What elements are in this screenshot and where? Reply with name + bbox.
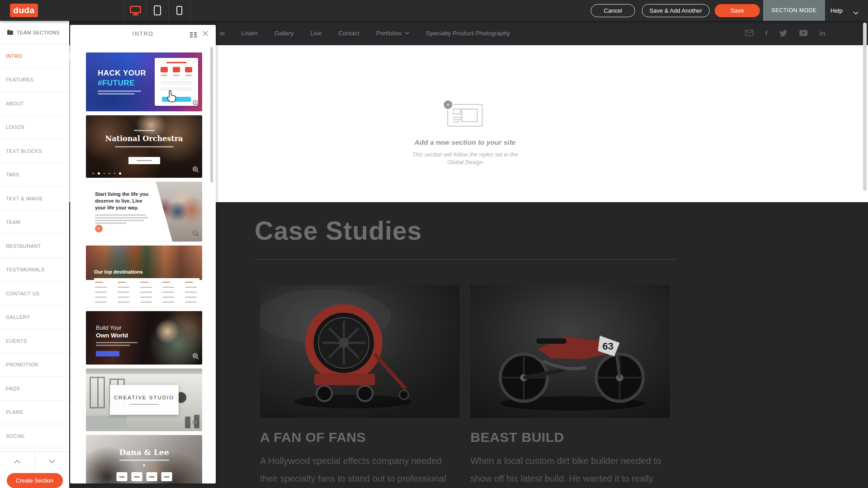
site-nav-item[interactable]: Listen xyxy=(242,30,258,37)
sidebar-item-social[interactable]: SOCIAL xyxy=(0,424,69,448)
grid-view-icon[interactable] xyxy=(190,31,197,39)
case-study-title: A FAN OF FANS xyxy=(260,430,460,445)
zoom-preview-icon[interactable] xyxy=(192,166,199,175)
sidebar-item-contact-us[interactable]: CONTACT US xyxy=(0,282,69,306)
zoom-preview-icon[interactable] xyxy=(192,419,199,428)
site-nav-item[interactable]: Gallery xyxy=(275,30,294,37)
sidebar-item-events[interactable]: EVENTS xyxy=(0,329,69,353)
thumb-heading: Build Your xyxy=(96,325,121,331)
case-study-title: BEAST BUILD xyxy=(470,430,670,445)
section-layout-icon: + xyxy=(447,104,483,127)
save-and-add-another-button[interactable]: Save & Add Another xyxy=(642,4,710,17)
heading-divider xyxy=(255,259,676,260)
page-scrollbar[interactable] xyxy=(863,23,867,191)
thumb-countdown-boxes xyxy=(116,472,172,481)
red-industrial-fan-image xyxy=(260,285,460,418)
sidebar-item-faqs[interactable]: FAQS xyxy=(0,377,69,401)
template-thumb-start-living[interactable]: Start living the life you deserve to liv… xyxy=(86,182,202,242)
add-section-placeholder[interactable]: + Add a new section to your site This se… xyxy=(408,104,522,166)
chevron-up-icon xyxy=(14,460,20,464)
template-thumb-creative-studio[interactable]: CREATIVE STUDIO xyxy=(86,369,202,431)
template-thumb-build-your-own-world[interactable]: Build Your Own World xyxy=(86,311,202,365)
add-section-plus-icon[interactable]: + xyxy=(443,99,453,110)
thumb-heading: National Orchestra xyxy=(86,134,202,143)
facebook-icon[interactable]: f xyxy=(765,29,768,37)
sidebar-item-about[interactable]: ABOUT xyxy=(0,92,69,116)
sections-sidebar: TEAM SECTIONS INTRO FEATURES ABOUT LOGOS… xyxy=(0,21,69,488)
mobile-preview-button[interactable] xyxy=(168,0,190,21)
intro-templates-panel: INTRO HACK YOUR #FUTURE xyxy=(70,25,216,483)
sidebar-item-text-blocks[interactable]: TEXT BLOCKS xyxy=(0,139,69,163)
thumb-heading: HACK YOUR xyxy=(98,69,146,78)
thumb-destinations-table xyxy=(94,278,199,303)
youtube-icon[interactable] xyxy=(799,30,808,36)
heart-icon: ♥ xyxy=(86,463,202,468)
desktop-icon xyxy=(130,5,141,16)
template-thumb-hack-your-future[interactable]: HACK YOUR #FUTURE xyxy=(86,52,202,111)
scroll-down-button[interactable] xyxy=(35,452,69,471)
template-thumb-our-top-destinations[interactable]: Our top destinations xyxy=(86,246,202,307)
help-chevron-down-icon[interactable] xyxy=(853,9,859,17)
duda-logo[interactable]: duda xyxy=(10,4,38,17)
sidebar-item-gallery[interactable]: GALLERY xyxy=(0,306,69,330)
placeholder-title: Add a new section to your site xyxy=(408,138,522,147)
sidebar-header-label: TEAM SECTIONS xyxy=(17,30,60,35)
create-section-button[interactable]: Create Section xyxy=(7,473,63,488)
linkedin-icon[interactable]: in xyxy=(820,29,825,37)
sidebar-header: TEAM SECTIONS xyxy=(0,21,69,44)
sidebar-item-logos[interactable]: LOGOS xyxy=(0,116,69,140)
panel-scrollbar[interactable] xyxy=(210,47,213,183)
desktop-preview-button[interactable] xyxy=(124,0,146,21)
save-button[interactable]: Save xyxy=(715,4,760,17)
scroll-up-button[interactable] xyxy=(0,452,35,471)
email-icon[interactable] xyxy=(745,30,754,36)
device-preview-switcher xyxy=(124,0,190,21)
zoom-preview-icon[interactable] xyxy=(192,353,199,362)
thumb-cta-button xyxy=(96,351,119,356)
sidebar-item-features[interactable]: FEATURES xyxy=(0,68,69,92)
twitter-icon[interactable] xyxy=(779,30,787,37)
site-nav-item[interactable]: Contact xyxy=(338,30,360,37)
carousel-dots xyxy=(92,172,121,175)
sidebar-item-restaurant[interactable]: RESTAURANT xyxy=(0,234,69,258)
cancel-button[interactable]: Cancel xyxy=(591,4,635,17)
folder-icon xyxy=(7,30,13,35)
sidebar-item-intro[interactable]: INTRO xyxy=(0,44,69,68)
case-study-card-bike: 63 BEAST BUILD When a local custom dirt … xyxy=(470,285,670,488)
site-nav-item[interactable]: Live xyxy=(310,30,322,37)
site-nav-item-portfolios[interactable]: Portfolios xyxy=(376,30,409,37)
site-nav-item[interactable]: Specialty Product Photography xyxy=(426,30,510,37)
tablet-preview-button[interactable] xyxy=(146,0,168,21)
sidebar-item-promotion[interactable]: PROMOTION xyxy=(0,353,69,377)
dirt-bike-image: 63 xyxy=(470,285,670,418)
bike-number-plate: 63 xyxy=(602,341,613,352)
case-study-body: A Hollywood special effects company need… xyxy=(260,452,459,488)
chevron-down-icon xyxy=(49,460,55,464)
thumb-heading: Start living the life you deserve to liv… xyxy=(95,191,150,211)
template-thumb-dana-and-lee[interactable]: Dana & Lee ♥ xyxy=(86,435,202,483)
thumb-title-card: CREATIVE STUDIO xyxy=(110,385,179,415)
thumb-heading: Our top destinations xyxy=(94,269,143,275)
thumb-cta-button: + xyxy=(95,225,103,232)
thumb-cta-button xyxy=(162,97,191,102)
sidebar-item-team[interactable]: TEAM xyxy=(0,211,69,235)
sidebar-item-tabs[interactable]: TABS xyxy=(0,163,69,187)
tablet-icon xyxy=(154,5,161,15)
mobile-icon xyxy=(176,6,182,15)
sidebar-item-text-image[interactable]: TEXT & IMAGE xyxy=(0,187,69,211)
thumb-subheading: Own World xyxy=(96,332,128,339)
thumb-cta-button xyxy=(128,157,160,164)
zoom-preview-icon[interactable] xyxy=(192,99,199,109)
close-icon[interactable] xyxy=(202,30,209,38)
thumb-photo xyxy=(86,246,202,280)
sidebar-item-plans[interactable]: PLANS xyxy=(0,401,69,425)
placeholder-subtitle: This section will follow the styles set … xyxy=(408,151,522,166)
chevron-down-icon xyxy=(405,32,409,34)
sidebar-item-testimonials[interactable]: TESTIMONIALS xyxy=(0,258,69,282)
site-nav-item[interactable]: io xyxy=(220,30,225,37)
help-menu[interactable]: Help xyxy=(830,0,843,21)
section-mode-badge: SECTION MODE xyxy=(763,0,825,21)
thumb-heading: CREATIVE STUDIO xyxy=(114,395,174,400)
template-thumb-national-orchestra[interactable]: National Orchestra xyxy=(86,115,202,178)
zoom-preview-icon[interactable] xyxy=(192,230,199,239)
